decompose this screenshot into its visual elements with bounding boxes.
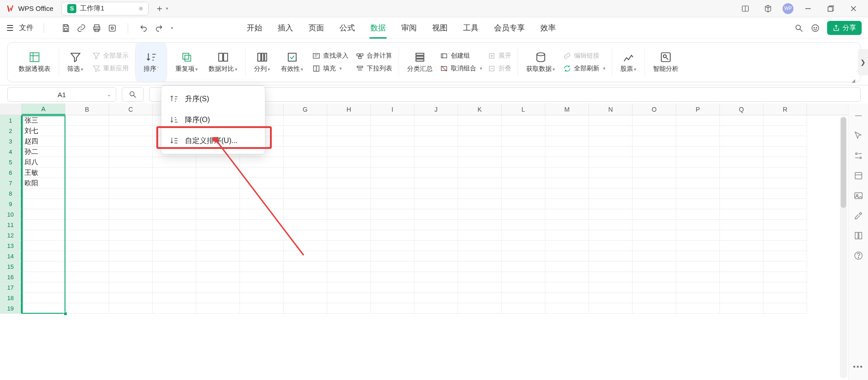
cell-R19[interactable] [763, 303, 807, 314]
cell-B7[interactable] [65, 178, 109, 188]
cell-J15[interactable] [414, 262, 458, 272]
cell-O1[interactable] [633, 115, 676, 126]
cell-C15[interactable] [109, 262, 153, 272]
cell-R16[interactable] [763, 272, 807, 282]
cell-M1[interactable] [545, 115, 589, 126]
cell-L14[interactable] [502, 251, 545, 262]
cell-M5[interactable] [545, 157, 589, 168]
cell-K11[interactable] [458, 220, 502, 230]
cell-Q4[interactable] [720, 147, 763, 157]
cell-E7[interactable] [196, 178, 240, 188]
cell-P11[interactable] [676, 220, 720, 230]
cell-H2[interactable] [327, 126, 371, 136]
cell-G12[interactable] [284, 230, 327, 241]
row-head-5[interactable]: 5 [0, 157, 22, 168]
cell-K18[interactable] [458, 293, 502, 303]
col-head-A[interactable]: A [22, 104, 65, 115]
tab-工具[interactable]: 工具 [462, 20, 479, 36]
cell-J16[interactable] [414, 272, 458, 282]
cell-E18[interactable] [196, 293, 240, 303]
cell-N16[interactable] [589, 272, 633, 282]
cell-Q13[interactable] [720, 241, 763, 251]
cell-I10[interactable] [371, 209, 414, 220]
cell-H16[interactable] [327, 272, 371, 282]
cell-M8[interactable] [545, 188, 589, 199]
cell-O5[interactable] [633, 157, 676, 168]
cell-N2[interactable] [589, 126, 633, 136]
cell-E19[interactable] [196, 303, 240, 314]
cell-G17[interactable] [284, 282, 327, 293]
cell-F7[interactable] [240, 178, 284, 188]
cell-E6[interactable] [196, 168, 240, 178]
cell-N7[interactable] [589, 178, 633, 188]
cell-K2[interactable] [458, 126, 502, 136]
cell-M11[interactable] [545, 220, 589, 230]
cell-K6[interactable] [458, 168, 502, 178]
cell-F6[interactable] [240, 168, 284, 178]
row-head-16[interactable]: 16 [0, 272, 22, 282]
cell-N18[interactable] [589, 293, 633, 303]
cell-C13[interactable] [109, 241, 153, 251]
cell-F13[interactable] [240, 241, 284, 251]
cell-R11[interactable] [763, 220, 807, 230]
compare-button[interactable]: 数据对比▾ [207, 50, 239, 74]
cell-M10[interactable] [545, 209, 589, 220]
cell-D16[interactable] [153, 272, 196, 282]
cell-E13[interactable] [196, 241, 240, 251]
cell-A1[interactable]: 张三 [22, 115, 65, 126]
cell-J1[interactable] [414, 115, 458, 126]
cell-M15[interactable] [545, 262, 589, 272]
col-head-K[interactable]: K [458, 104, 502, 115]
book-icon[interactable] [853, 231, 863, 241]
row-head-14[interactable]: 14 [0, 251, 22, 262]
cell-I1[interactable] [371, 115, 414, 126]
row-head-15[interactable]: 15 [0, 262, 22, 272]
cell-R6[interactable] [763, 168, 807, 178]
get-data-button[interactable]: 获取数据▾ [524, 50, 557, 74]
cell-B17[interactable] [65, 282, 109, 293]
cell-P2[interactable] [676, 126, 720, 136]
cell-I6[interactable] [371, 168, 414, 178]
cell-K19[interactable] [458, 303, 502, 314]
cell-N6[interactable] [589, 168, 633, 178]
undo-icon[interactable] [139, 24, 148, 33]
cell-C7[interactable] [109, 178, 153, 188]
layers-icon[interactable] [853, 171, 863, 181]
cell-H19[interactable] [327, 303, 371, 314]
cell-F16[interactable] [240, 272, 284, 282]
cell-F15[interactable] [240, 262, 284, 272]
cell-K4[interactable] [458, 147, 502, 157]
cell-Q19[interactable] [720, 303, 763, 314]
cell-M13[interactable] [545, 241, 589, 251]
cell-N17[interactable] [589, 282, 633, 293]
tab-数据[interactable]: 数据 [369, 20, 387, 36]
cell-H8[interactable] [327, 188, 371, 199]
cell-E11[interactable] [196, 220, 240, 230]
cell-H11[interactable] [327, 220, 371, 230]
cell-C9[interactable] [109, 199, 153, 209]
cell-F8[interactable] [240, 188, 284, 199]
cell-J11[interactable] [414, 220, 458, 230]
cell-L18[interactable] [502, 293, 545, 303]
cell-A10[interactable] [22, 209, 65, 220]
cell-R15[interactable] [763, 262, 807, 272]
cell-G13[interactable] [284, 241, 327, 251]
cell-I17[interactable] [371, 282, 414, 293]
ribbon-scroll-right[interactable]: ❯ [858, 49, 868, 75]
document-tab[interactable]: S 工作簿1 [61, 2, 148, 15]
cell-P9[interactable] [676, 199, 720, 209]
cell-R12[interactable] [763, 230, 807, 241]
cell-A5[interactable]: 邱八 [22, 157, 65, 168]
print-icon[interactable] [92, 24, 101, 33]
cell-O15[interactable] [633, 262, 676, 272]
cell-R13[interactable] [763, 241, 807, 251]
cell-H4[interactable] [327, 147, 371, 157]
cell-Q17[interactable] [720, 282, 763, 293]
cell-I3[interactable] [371, 136, 414, 147]
cell-N10[interactable] [589, 209, 633, 220]
col-head-G[interactable]: G [284, 104, 327, 115]
cell-C5[interactable] [109, 157, 153, 168]
cell-M19[interactable] [545, 303, 589, 314]
cell-A12[interactable] [22, 230, 65, 241]
cell-M2[interactable] [545, 126, 589, 136]
